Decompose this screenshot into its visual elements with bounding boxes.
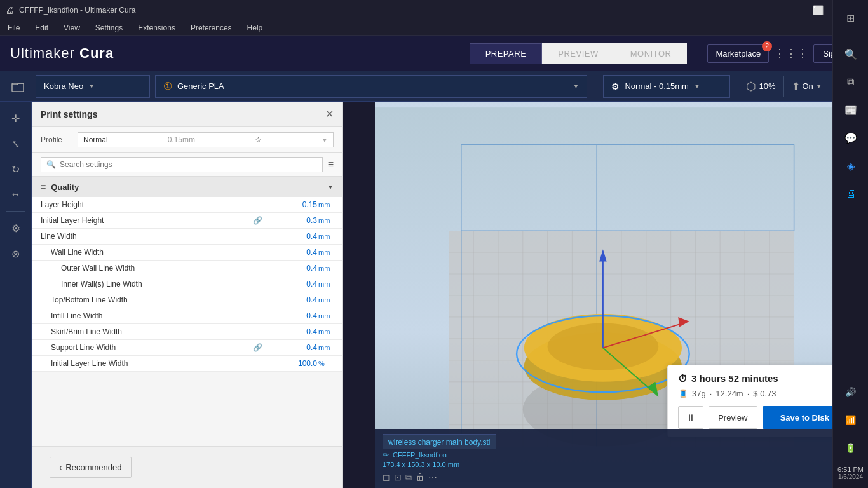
search-taskbar-button[interactable]: 🔍 bbox=[838, 41, 864, 67]
outer-wall-line-width-unit: mm bbox=[318, 264, 334, 272]
setting-inner-wall-line-width: Inner Wall(s) Line Width mm bbox=[32, 276, 342, 292]
clock-date: 1/6/2024 bbox=[837, 473, 864, 480]
grid-icon[interactable]: ⋮⋮⋮ bbox=[774, 46, 808, 60]
tab-preview[interactable]: PREVIEW bbox=[542, 43, 614, 64]
more-icon[interactable]: ⋯ bbox=[428, 472, 437, 483]
profile-icon: ⚙ bbox=[611, 81, 620, 92]
printer-selector[interactable]: Kobra Neo ▼ bbox=[36, 75, 150, 98]
viewport[interactable]: ⏱ 3 hours 52 minutes ℹ 🧵 37g · 12.24m · … bbox=[375, 102, 868, 488]
settings-list: ≡ Quality ▼ Layer Height mm Initial Laye… bbox=[32, 177, 342, 446]
quality-section-chevron: ▼ bbox=[327, 184, 334, 191]
inner-wall-line-width-label: Inner Wall(s) Line Width bbox=[41, 280, 266, 288]
taskbar-divider-1 bbox=[841, 36, 861, 36]
layer-height-input[interactable] bbox=[266, 200, 317, 209]
chat-button[interactable]: 💬 bbox=[838, 125, 864, 151]
tab-prepare[interactable]: PREPARE bbox=[470, 43, 543, 64]
print-separator1: · bbox=[710, 389, 712, 398]
profile-selector[interactable]: ⚙ Normal - 0.15mm ▼ bbox=[603, 75, 730, 98]
align-icon[interactable]: ⊡ bbox=[394, 472, 402, 483]
infill-line-width-input[interactable] bbox=[266, 311, 317, 320]
delete-icon[interactable]: 🗑 bbox=[416, 472, 424, 483]
material-chevron: ▼ bbox=[573, 83, 580, 90]
search-input[interactable] bbox=[60, 160, 317, 169]
menu-view[interactable]: View bbox=[61, 22, 83, 34]
wall-line-width-input[interactable] bbox=[266, 248, 317, 257]
menu-preferences[interactable]: Preferences bbox=[188, 22, 234, 34]
initial-layer-line-width-input[interactable] bbox=[266, 359, 317, 368]
windows-taskbar: ⊞ 🔍 ⧉ 📰 💬 ◈ 🖨 🔊 📶 🔋 6:51 PM 1/6/2024 bbox=[832, 0, 868, 488]
tab-monitor[interactable]: MONITOR bbox=[614, 43, 688, 64]
menu-help[interactable]: Help bbox=[245, 22, 266, 34]
mirror-tool[interactable]: ↔ bbox=[4, 183, 27, 206]
recommended-button[interactable]: ‹ Recommended bbox=[50, 457, 132, 478]
search-row: 🔍 ≡ bbox=[32, 153, 342, 177]
support-control[interactable]: ⬆ On ▼ bbox=[792, 80, 822, 92]
logo-bold: Cura bbox=[75, 45, 114, 61]
setting-layer-height: Layer Height mm bbox=[32, 197, 342, 213]
menu-extensions[interactable]: Extensions bbox=[135, 22, 178, 34]
support-blocker-tool[interactable]: ⊗ bbox=[4, 242, 27, 265]
material-name: Generic PLA bbox=[177, 81, 224, 91]
infill-control[interactable]: ⬡ 10% bbox=[746, 79, 775, 93]
marketplace-button[interactable]: Marketplace 2 bbox=[707, 44, 769, 63]
quality-section-header[interactable]: ≡ Quality ▼ bbox=[32, 177, 342, 197]
support-label: On bbox=[803, 81, 813, 91]
volume-icon[interactable]: 🔊 bbox=[838, 379, 864, 405]
initial-layer-height-link-icon[interactable]: 🔗 bbox=[253, 216, 262, 225]
support-line-width-link-icon[interactable]: 🔗 bbox=[253, 343, 262, 352]
filter-icon[interactable]: ≡ bbox=[328, 159, 334, 170]
battery-icon[interactable]: 🔋 bbox=[838, 435, 864, 461]
panel-close-button[interactable]: ✕ bbox=[325, 108, 334, 120]
move-tool[interactable]: ✛ bbox=[4, 107, 27, 130]
outer-wall-line-width-label: Outer Wall Line Width bbox=[41, 264, 266, 273]
scale-tool[interactable]: ⤡ bbox=[4, 132, 27, 155]
cura-taskbar-button[interactable]: 🖨 bbox=[838, 181, 864, 207]
left-tools: ✛ ⤡ ↻ ↔ ⚙ ⊗ bbox=[0, 102, 32, 488]
outer-wall-line-width-input[interactable] bbox=[266, 264, 317, 273]
clock-time: 6:51 PM bbox=[837, 466, 864, 473]
setting-outer-wall-line-width: Outer Wall Line Width mm bbox=[32, 261, 342, 276]
line-width-input[interactable] bbox=[266, 232, 317, 241]
profile-row: Profile Normal 0.15mm ☆ ▼ bbox=[32, 127, 342, 153]
inner-wall-line-width-input[interactable] bbox=[266, 280, 317, 288]
file-info-bar: wireless charger main body.stl ✏ CFFFP_l… bbox=[375, 429, 868, 488]
task-view-button[interactable]: ⧉ bbox=[838, 69, 864, 95]
wall-line-width-unit: mm bbox=[318, 248, 334, 256]
per-model-settings-tool[interactable]: ⚙ bbox=[4, 217, 27, 240]
duplicate-icon[interactable]: ⧉ bbox=[405, 472, 412, 483]
folder-icon bbox=[11, 79, 25, 93]
maximize-button[interactable]: ⬜ bbox=[803, 0, 832, 20]
reset-icon[interactable]: ◻ bbox=[383, 472, 390, 483]
start-button[interactable]: ⊞ bbox=[838, 5, 864, 30]
minimize-button[interactable]: — bbox=[773, 0, 802, 20]
profile-label: Profile bbox=[41, 135, 72, 144]
preview-button[interactable]: Preview bbox=[709, 406, 757, 429]
initial-layer-line-width-label: Initial Layer Line Width bbox=[41, 359, 266, 368]
infill-line-width-unit: mm bbox=[318, 312, 334, 320]
support-line-width-input[interactable] bbox=[266, 343, 317, 352]
initial-layer-height-input[interactable] bbox=[266, 216, 317, 225]
file-folder-button[interactable] bbox=[5, 74, 31, 99]
print-time-value: 3 hours 52 minutes bbox=[691, 373, 778, 384]
menu-file[interactable]: File bbox=[5, 22, 22, 34]
rotate-tool[interactable]: ↻ bbox=[4, 158, 27, 180]
title-bar: 🖨 CFFFP_lksndfion - Ultimaker Cura — ⬜ ✕ bbox=[0, 0, 868, 20]
print-length: 12.24m bbox=[715, 389, 743, 398]
print-separator2: · bbox=[747, 389, 750, 398]
menu-settings[interactable]: Settings bbox=[93, 22, 125, 34]
profile-dropdown[interactable]: Normal 0.15mm ☆ ▼ bbox=[78, 132, 334, 147]
top-bottom-line-width-input[interactable] bbox=[266, 295, 317, 304]
setting-initial-layer-height: Initial Layer Height 🔗 mm bbox=[32, 213, 342, 229]
taskbar-clock[interactable]: 6:51 PM 1/6/2024 bbox=[835, 463, 866, 483]
print-info-card: ⏱ 3 hours 52 minutes ℹ 🧵 37g · 12.24m · … bbox=[667, 365, 858, 437]
widgets-button[interactable]: 📰 bbox=[838, 97, 864, 123]
edge-button[interactable]: ◈ bbox=[838, 153, 864, 179]
network-icon[interactable]: 📶 bbox=[838, 407, 864, 433]
profile-star-icon: ☆ bbox=[255, 135, 262, 144]
menu-edit[interactable]: Edit bbox=[32, 22, 51, 34]
skirt-brim-line-width-input[interactable] bbox=[266, 327, 317, 336]
pause-button[interactable]: ⏸ bbox=[678, 406, 703, 429]
material-selector[interactable]: ① Generic PLA ▼ bbox=[155, 75, 587, 98]
print-settings-panel: Print settings ✕ Profile Normal 0.15mm ☆… bbox=[32, 102, 343, 488]
setting-wall-line-width: Wall Line Width mm bbox=[32, 245, 342, 261]
